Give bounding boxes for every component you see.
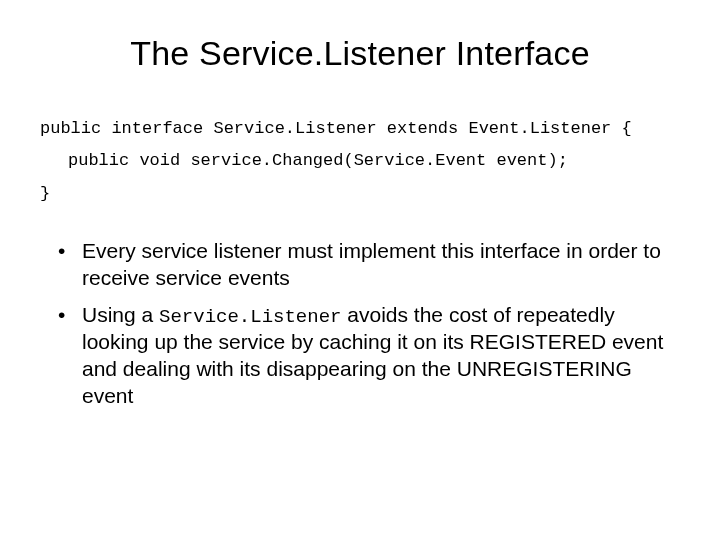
bullet-list: Every service listener must implement th…: [58, 238, 680, 410]
inline-code: Service.Listener: [159, 306, 341, 328]
slide: The Service.Listener Interface public in…: [0, 0, 720, 540]
bullet-item: Every service listener must implement th…: [58, 238, 680, 292]
code-line-3: }: [40, 184, 50, 203]
slide-title: The Service.Listener Interface: [40, 34, 680, 73]
bullet-text: Every service listener must implement th…: [82, 239, 661, 289]
code-line-1: public interface Service.Listener extend…: [40, 119, 632, 138]
bullet-item: Using a Service.Listener avoids the cost…: [58, 302, 680, 410]
code-line-2: public void service.Changed(Service.Even…: [40, 145, 680, 177]
bullet-text-prefix: Using a: [82, 303, 159, 326]
code-block: public interface Service.Listener extend…: [40, 113, 680, 210]
